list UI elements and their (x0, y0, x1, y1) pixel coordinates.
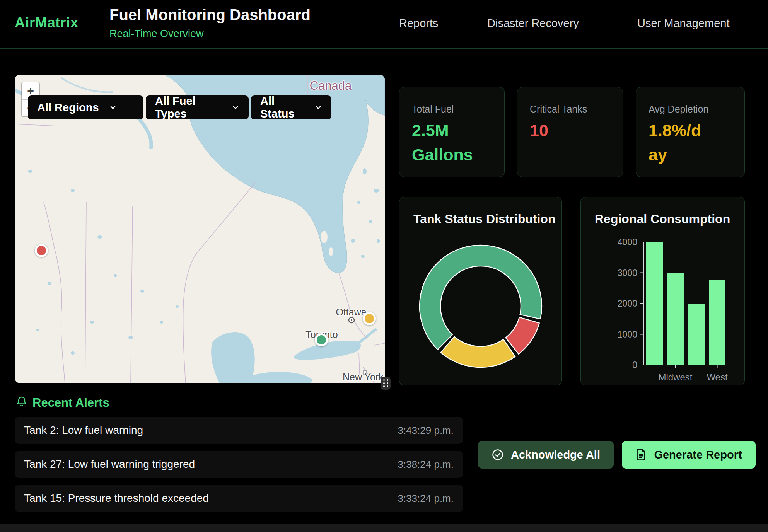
map-filters: All Regions All Fuel Types All Status (28, 95, 331, 119)
y-tick-label: 2000 (618, 298, 637, 309)
bar (667, 273, 684, 365)
resize-drag-handle[interactable] (381, 377, 391, 390)
donut-slice-critical (506, 317, 539, 354)
total-fuel-value: 2.5M Gallons (412, 118, 481, 167)
warning-tank-marker[interactable] (363, 312, 376, 325)
fuel-type-filter-value: All Fuel Types (155, 95, 222, 120)
map-lake-ontario (294, 341, 361, 360)
bar-chart: 01000200030004000MidwestWest (581, 197, 745, 386)
donut-chart-title: Tank Status Distribution (413, 212, 555, 226)
map-label-new-york: New York (343, 372, 384, 383)
region-filter-dropdown[interactable]: All Regions (28, 95, 143, 119)
app-logo: AirMatrix (15, 15, 79, 31)
chevron-down-icon (232, 104, 239, 111)
alert-text: Tank 15: Pressure threshold exceeded (24, 492, 209, 505)
alert-row[interactable]: Tank 27: Low fuel warning triggered 3:38… (15, 451, 463, 478)
tank-status-distribution-card: Tank Status Distribution (399, 197, 562, 385)
alert-timestamp: 3:38:24 p.m. (398, 459, 454, 471)
avg-depletion-value: 1.8%/day (649, 118, 707, 167)
map-island (321, 231, 328, 243)
y-tick-label: 1000 (618, 329, 637, 339)
chevron-down-icon (109, 104, 117, 111)
document-icon (635, 448, 647, 461)
avg-depletion-label: Avg Depletion (649, 104, 708, 115)
total-fuel-card: Total Fuel 2.5M Gallons (399, 87, 505, 177)
total-fuel-label: Total Fuel (412, 104, 454, 115)
x-tick-label: Midwest (658, 372, 692, 382)
header: AirMatrix Fuel Monitoring Dashboard Real… (0, 0, 768, 49)
page-title: Fuel Monitoring Dashboard (109, 6, 311, 24)
map-river (61, 78, 113, 92)
donut-chart (399, 227, 562, 386)
x-tick-label: West (707, 372, 728, 382)
acknowledge-all-button[interactable]: Acknowledge All (478, 441, 614, 469)
alert-row[interactable]: Tank 15: Pressure threshold exceeded 3:3… (15, 485, 463, 512)
page-subtitle: Real-Time Overview (109, 28, 204, 40)
nav-user-management[interactable]: User Management (637, 17, 730, 30)
critical-tanks-label: Critical Tanks (530, 104, 587, 115)
bar (709, 280, 725, 365)
alert-row[interactable]: Tank 2: Low fuel warning 3:43:29 p.m. (15, 417, 463, 444)
status-filter-value: All Status (260, 95, 304, 120)
acknowledge-all-label: Acknowledge All (511, 448, 600, 461)
map-label-ottawa: Ottawa (336, 307, 366, 318)
check-circle-icon (492, 448, 504, 461)
status-filter-dropdown[interactable]: All Status (251, 95, 331, 119)
nav-disaster-recovery[interactable]: Disaster Recovery (487, 17, 579, 30)
recent-alerts-title: Recent Alerts (32, 396, 109, 410)
generate-report-button[interactable]: Generate Report (622, 441, 756, 469)
bell-icon (15, 395, 28, 410)
chevron-down-icon (314, 104, 322, 111)
alert-text: Tank 2: Low fuel warning (24, 424, 143, 437)
nav-reports[interactable]: Reports (399, 17, 439, 30)
region-filter-value: All Regions (37, 101, 99, 114)
footer-strip (0, 524, 768, 532)
regional-consumption-card: Regional Consumption 01000200030004000Mi… (580, 197, 745, 385)
alert-timestamp: 3:43:29 p.m. (398, 425, 454, 437)
y-tick-label: 0 (632, 360, 637, 370)
bar (688, 304, 705, 365)
generate-report-label: Generate Report (654, 448, 742, 461)
map-island (329, 247, 333, 256)
y-tick-label: 4000 (618, 237, 637, 247)
map-lake-huron (211, 332, 255, 383)
map-panel[interactable]: Canada Ottawa Toronto New York + − All R… (15, 75, 385, 383)
alert-timestamp: 3:33:24 p.m. (398, 493, 454, 505)
map-label-canada: Canada (310, 79, 352, 93)
normal-tank-marker[interactable] (315, 333, 328, 346)
donut-slice-warning (441, 337, 515, 367)
critical-tank-marker[interactable] (35, 244, 48, 257)
critical-tanks-card: Critical Tanks 10 (517, 87, 623, 177)
fuel-type-filter-dropdown[interactable]: All Fuel Types (146, 95, 249, 119)
y-tick-label: 3000 (618, 268, 637, 278)
alert-text: Tank 27: Low fuel warning triggered (24, 458, 195, 471)
bar (646, 242, 663, 365)
critical-tanks-value: 10 (530, 118, 548, 143)
avg-depletion-card: Avg Depletion 1.8%/day (636, 87, 745, 177)
